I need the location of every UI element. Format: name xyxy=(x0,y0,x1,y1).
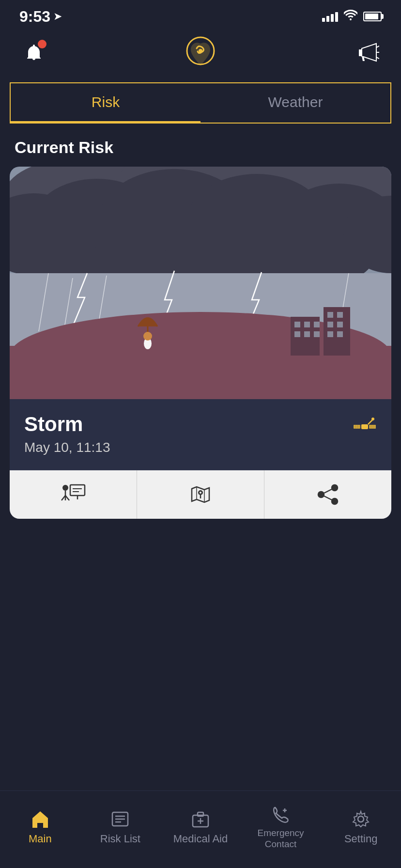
svg-rect-33 xyxy=(304,322,310,327)
nav-setting[interactable]: Setting xyxy=(321,809,401,850)
svg-point-0 xyxy=(350,18,352,20)
svg-point-2 xyxy=(199,49,202,53)
notification-badge xyxy=(38,40,46,48)
home-icon xyxy=(31,809,50,829)
wifi-icon xyxy=(344,10,357,23)
tab-weather[interactable]: Weather xyxy=(200,83,390,123)
svg-rect-36 xyxy=(304,331,310,337)
svg-rect-37 xyxy=(314,331,320,337)
tabs: Risk Weather xyxy=(10,82,391,124)
svg-line-73 xyxy=(324,489,332,493)
svg-rect-38 xyxy=(327,312,333,318)
svg-rect-59 xyxy=(70,485,85,496)
battery-icon xyxy=(363,12,382,21)
phone-plus-icon xyxy=(271,805,291,824)
nav-emergency-contact-label: Emergency Contact xyxy=(241,828,321,850)
svg-rect-47 xyxy=(361,424,368,429)
svg-point-58 xyxy=(62,485,68,491)
status-time: 9:53 xyxy=(19,8,50,26)
gear-icon xyxy=(351,809,370,829)
nav-medical-aid[interactable]: Medical Aid xyxy=(160,809,241,850)
svg-rect-42 xyxy=(327,331,333,337)
svg-point-46 xyxy=(143,332,152,341)
risk-title: Storm xyxy=(24,413,110,436)
risk-card: Storm May 10, 11:13 xyxy=(10,167,391,519)
tab-risk[interactable]: Risk xyxy=(11,83,200,123)
instructions-button[interactable] xyxy=(10,470,137,519)
share-button[interactable] xyxy=(264,470,391,519)
header xyxy=(0,29,401,82)
svg-point-85 xyxy=(358,816,364,822)
nav-medical-aid-label: Medical Aid xyxy=(173,833,228,845)
list-icon xyxy=(110,809,130,829)
section-title: Current Risk xyxy=(0,124,401,167)
svg-rect-3 xyxy=(359,49,362,56)
megaphone-button[interactable] xyxy=(353,39,382,68)
nav-risk-list-label: Risk List xyxy=(100,833,140,845)
nav-setting-label: Setting xyxy=(344,833,378,845)
action-buttons xyxy=(10,470,391,519)
nav-main[interactable]: Main xyxy=(0,809,80,850)
medkit-icon xyxy=(191,809,210,829)
svg-rect-35 xyxy=(294,331,300,337)
svg-rect-32 xyxy=(294,322,300,327)
location-arrow-icon: ➤ xyxy=(53,10,62,23)
svg-point-69 xyxy=(200,492,201,494)
svg-rect-39 xyxy=(337,312,343,318)
svg-point-72 xyxy=(318,492,324,497)
status-bar: 9:53 ➤ xyxy=(0,0,401,29)
svg-rect-80 xyxy=(198,812,203,816)
status-icons xyxy=(322,10,382,23)
signal-icon xyxy=(322,11,338,22)
svg-point-70 xyxy=(332,485,338,491)
risk-details: Storm May 10, 11:13 xyxy=(24,413,110,455)
notification-bell-button[interactable] xyxy=(19,39,48,68)
svg-rect-43 xyxy=(337,331,343,337)
svg-point-71 xyxy=(332,498,338,504)
satellite-icon xyxy=(353,415,377,441)
svg-rect-40 xyxy=(327,322,333,327)
risk-info: Storm May 10, 11:13 xyxy=(10,399,391,470)
risk-date: May 10, 11:13 xyxy=(24,440,110,455)
svg-point-51 xyxy=(371,418,374,420)
nav-risk-list[interactable]: Risk List xyxy=(80,809,161,850)
nav-emergency-contact[interactable]: Emergency Contact xyxy=(241,805,321,855)
svg-rect-41 xyxy=(337,322,343,327)
svg-rect-34 xyxy=(314,322,320,327)
map-button[interactable] xyxy=(137,470,264,519)
nav-main-label: Main xyxy=(29,833,52,845)
app-logo xyxy=(181,34,220,73)
risk-image xyxy=(10,167,391,399)
bottom-nav: Main Risk List Medical Aid Emergency Con… xyxy=(0,790,401,868)
svg-line-74 xyxy=(324,496,332,500)
